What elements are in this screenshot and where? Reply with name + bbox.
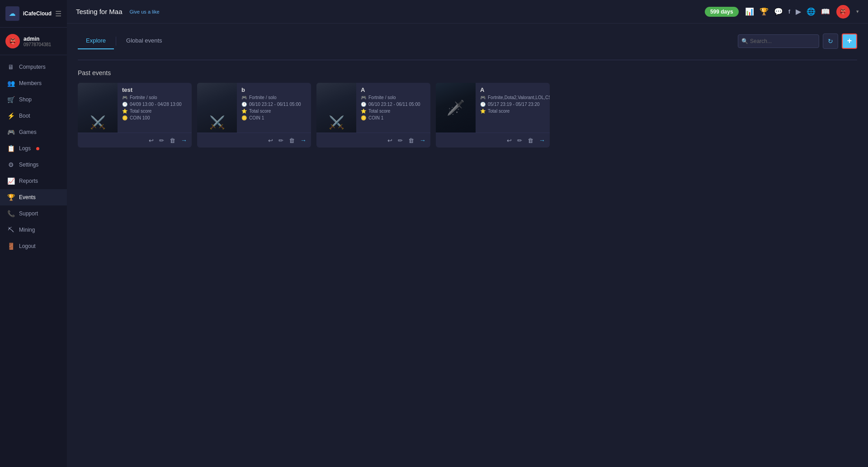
event-card-actions: ↩ ✏ 🗑 → [316,133,430,148]
sidebar-item-shop[interactable]: 🛒 Shop [0,91,67,108]
tab-global-events[interactable]: Global events [118,33,170,49]
navigate-icon[interactable]: → [300,137,307,144]
sidebar-item-boot[interactable]: ⚡ Boot [0,108,67,124]
tab-explore[interactable]: Explore [78,33,114,49]
sidebar-item-logout[interactable]: 🚪 Logout [0,238,67,254]
event-name: A [480,86,545,93]
event-info: A 🎮 Fortnite / solo 🕐 06/10 23:12 - 06/1… [356,83,430,133]
delete-icon[interactable]: 🗑 [170,137,175,144]
score-icon: ⭐ [361,109,366,114]
trophy-icon[interactable]: 🏆 [760,7,769,16]
support-icon: 📞 [7,210,14,217]
events-icon: 🏆 [7,194,14,201]
settings-icon: ⚙ [7,161,14,168]
event-name: b [241,86,307,93]
share-icon[interactable]: ↩ [268,137,273,144]
reports-icon: 📈 [7,177,14,185]
chat-icon[interactable]: 💬 [774,7,783,16]
give-us-like-link[interactable]: Give us a like [130,9,160,14]
event-info: test 🎮 Fortnite / solo 🕐 04/09 13:00 - 0… [118,83,192,133]
event-prize: 🪙 COIN 100 [122,115,187,120]
facebook-icon[interactable]: f [788,8,790,15]
days-badge: 599 days [705,7,739,17]
sidebar-item-members[interactable]: 👥 Members [0,75,67,91]
user-id: 09778704381 [24,42,51,47]
tab-divider [116,37,116,46]
mining-icon: ⛏ [7,226,14,234]
logout-icon: 🚪 [7,243,14,250]
logs-badge [36,147,39,150]
search-input[interactable] [738,34,819,48]
sidebar-item-events[interactable]: 🏆 Events [0,189,67,205]
header-right: 599 days 📊 🏆 💬 f ▶ 🌐 📖 👺 ▾ [705,5,859,19]
edit-icon[interactable]: ✏ [159,137,164,144]
section-title: Past events [78,69,857,76]
share-icon[interactable]: ↩ [507,137,512,144]
header-user-chevron[interactable]: ▾ [856,9,859,14]
stats-icon[interactable]: 📊 [745,7,754,16]
event-date: 🕐 04/09 13:00 - 04/28 13:00 [122,102,187,107]
add-event-button[interactable]: + [842,33,857,49]
event-score: ⭐ Total score [241,109,307,114]
header-avatar[interactable]: 👺 [836,5,850,19]
search-icon: 🔍 [741,38,748,44]
event-card-actions: ↩ ✏ 🗑 → [436,133,550,148]
logo-icon: ☁ [5,6,19,21]
nav-menu: 🖥 Computers 👥 Members 🛒 Shop ⚡ Boot 🎮 Ga… [0,55,67,467]
delete-icon[interactable]: 🗑 [289,137,295,144]
sidebar-item-games[interactable]: 🎮 Games [0,124,67,140]
sidebar-item-settings[interactable]: ⚙ Settings [0,157,67,173]
sidebar-item-logs[interactable]: 📋 Logs [0,140,67,157]
refresh-button[interactable]: ↻ [823,33,838,49]
computers-icon: 🖥 [7,63,14,71]
edit-icon[interactable]: ✏ [278,137,283,144]
sidebar-item-computers[interactable]: 🖥 Computers [0,59,67,75]
edit-icon[interactable]: ✏ [517,137,522,144]
event-prize: 🪙 COIN 1 [241,115,307,120]
username: admin [24,36,51,42]
event-card-top: ⚔️ A 🎮 Fortnite / solo 🕐 06/10 23:12 - 0… [316,83,430,133]
share-icon[interactable]: ↩ [387,137,392,144]
boot-icon: ⚡ [7,112,14,119]
content-area: Explore Global events 🔍 ↻ + Past events [67,24,868,467]
user-info: admin 09778704381 [24,36,51,47]
event-date: 🕐 06/10 23:12 - 06/11 05:00 [241,102,307,107]
delete-icon[interactable]: 🗑 [528,137,533,144]
tabs: Explore Global events [78,33,170,49]
event-score: ⭐ Total score [480,109,545,114]
sidebar-item-label: Events [19,194,36,200]
event-info: A 🎮 Fortnite,Dota2,Valorant,LOL,CS:GO 🕐 … [476,83,550,133]
web-icon[interactable]: 🌐 [807,7,816,16]
hamburger-menu[interactable]: ☰ [55,10,61,18]
tabs-row: Explore Global events 🔍 ↻ + [78,33,857,49]
sidebar-item-label: Logs [19,145,31,152]
sidebar-item-label: Boot [19,113,30,119]
event-game: 🎮 Fortnite / solo [361,95,426,100]
youtube-icon[interactable]: ▶ [796,7,801,16]
sidebar-item-label: Support [19,210,38,217]
book-icon[interactable]: 📖 [821,7,830,16]
event-game: 🎮 Fortnite / solo [241,95,307,100]
event-card-top: ⚔️ b 🎮 Fortnite / solo 🕐 06/10 23:12 - 0… [197,83,311,133]
game-icon: 🎮 [480,95,486,100]
navigate-icon[interactable]: → [181,137,187,144]
main-area: Testing for Maa Give us a like 599 days … [67,0,868,467]
delete-icon[interactable]: 🗑 [408,137,414,144]
sidebar-item-label: Logout [19,243,36,249]
sidebar-item-reports[interactable]: 📈 Reports [0,173,67,189]
sidebar-item-support[interactable]: 📞 Support [0,205,67,222]
sidebar-item-mining[interactable]: ⛏ Mining [0,222,67,238]
game-icon: 🎮 [122,95,127,100]
score-icon: ⭐ [122,109,127,114]
event-info: b 🎮 Fortnite / solo 🕐 06/10 23:12 - 06/1… [237,83,311,133]
events-grid: ⚔️ test 🎮 Fortnite / solo 🕐 04/09 13:00 … [78,83,857,148]
sidebar-item-label: Mining [19,227,35,233]
navigate-icon[interactable]: → [420,137,426,144]
event-card-actions: ↩ ✏ 🗑 → [78,133,192,148]
score-icon: ⭐ [241,109,247,114]
search-container: 🔍 ↻ + [738,33,857,49]
navigate-icon[interactable]: → [539,137,545,144]
share-icon[interactable]: ↩ [149,137,154,144]
edit-icon[interactable]: ✏ [398,137,403,144]
score-icon: ⭐ [480,109,486,114]
